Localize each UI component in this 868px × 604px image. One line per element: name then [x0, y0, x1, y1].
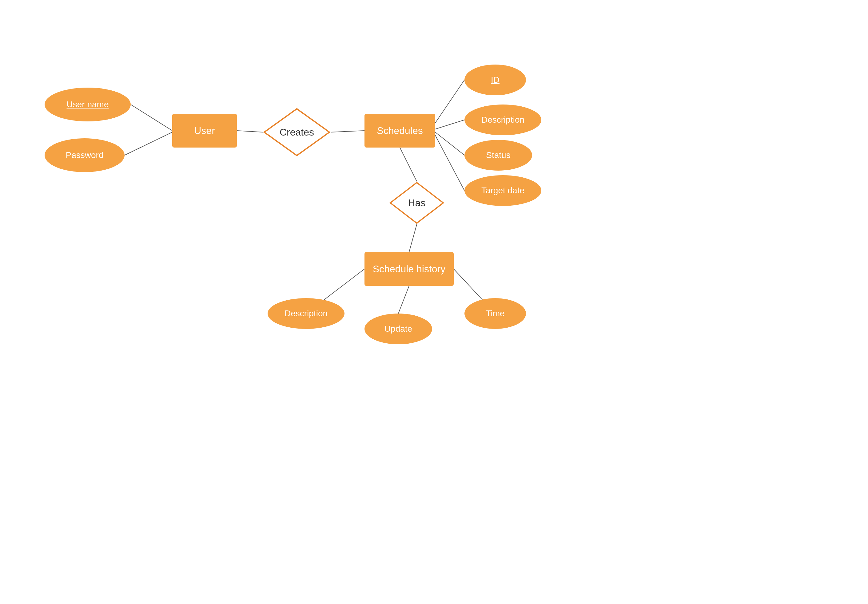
creates-relationship: Creates — [263, 108, 331, 157]
svg-line-2 — [237, 131, 263, 132]
svg-line-9 — [409, 224, 417, 252]
has-relationship: Has — [389, 181, 445, 224]
description-sched-attribute: Description — [465, 105, 541, 135]
svg-line-11 — [398, 286, 409, 314]
user-entity: User — [172, 114, 237, 148]
id-attribute: ID — [465, 65, 526, 95]
schedules-entity: Schedules — [364, 114, 435, 148]
status-attribute: Status — [465, 140, 532, 171]
connection-lines — [0, 0, 868, 604]
time-attribute: Time — [465, 298, 526, 329]
svg-line-4 — [435, 80, 465, 123]
svg-line-0 — [131, 105, 172, 131]
description-hist-attribute: Description — [268, 298, 344, 329]
update-attribute: Update — [364, 314, 432, 344]
user-name-node: User name — [45, 88, 131, 121]
svg-line-6 — [435, 132, 465, 155]
svg-line-8 — [400, 148, 417, 181]
schedule-history-entity: Schedule history — [364, 252, 454, 286]
svg-line-3 — [331, 131, 364, 132]
target-date-attribute: Target date — [465, 175, 541, 206]
svg-line-1 — [125, 132, 172, 155]
diagram-canvas: User name Password User Creates Schedule… — [0, 0, 868, 604]
svg-line-5 — [435, 120, 465, 129]
password-node: Password — [45, 138, 125, 172]
